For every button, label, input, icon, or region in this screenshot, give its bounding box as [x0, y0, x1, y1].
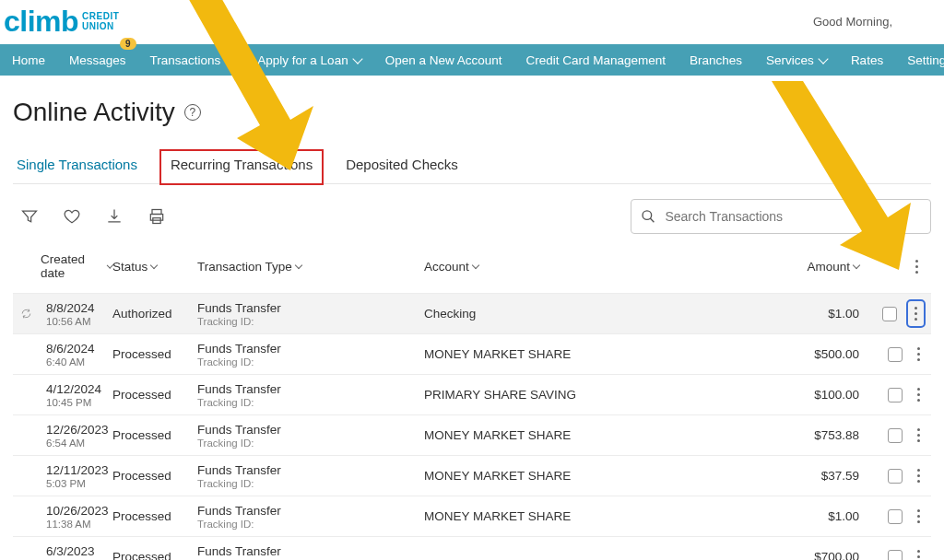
cell-status: Processed [112, 469, 190, 483]
row-kebab-menu[interactable] [912, 423, 926, 448]
cell-account: PRIMARY SHARE SAVING [424, 388, 787, 402]
cell-status: Processed [112, 509, 190, 523]
cell-status: Authorized [112, 307, 190, 321]
cell-date: 10/26/202311:38 AM [13, 504, 112, 530]
col-transaction-type[interactable]: Transaction Type [190, 260, 424, 274]
cell-date: 12/11/20235:03 PM [13, 463, 112, 489]
col-account[interactable]: Account [424, 260, 787, 274]
row-checkbox[interactable] [888, 509, 903, 524]
col-status[interactable]: Status [112, 260, 190, 274]
nav-transactions[interactable]: Transactions [138, 44, 246, 76]
col-created-date[interactable]: Created date [13, 252, 112, 280]
cell-type: Funds TransferTracking ID: [190, 504, 424, 530]
nav-branches[interactable]: Branches [678, 44, 754, 76]
sort-icon [295, 262, 302, 269]
cell-date: 8/6/20246:40 AM [13, 342, 112, 368]
cell-actions [859, 504, 931, 529]
page-title-row: Online Activity ? [13, 98, 931, 127]
nav-rates[interactable]: Rates [839, 44, 895, 76]
row-kebab-menu[interactable] [912, 342, 926, 367]
cell-status: Processed [112, 388, 190, 402]
col-actions [859, 254, 931, 279]
table-row[interactable]: 4/12/202410:45 PMProcessedFunds Transfer… [13, 374, 931, 414]
messages-badge: 9 [120, 38, 136, 50]
nav-home[interactable]: Home [0, 44, 57, 76]
print-icon[interactable] [148, 207, 166, 226]
row-checkbox[interactable] [888, 469, 903, 484]
svg-rect-0 [152, 210, 161, 215]
chevron-down-icon [225, 53, 235, 64]
row-kebab-menu[interactable] [912, 463, 926, 488]
cell-actions [859, 423, 931, 448]
row-checkbox[interactable] [888, 388, 903, 402]
nav-open-account[interactable]: Open a New Account [373, 44, 514, 76]
filter-icon[interactable] [20, 207, 39, 226]
row-checkbox[interactable] [888, 550, 903, 561]
cell-date: 12/26/20236:54 AM [13, 423, 112, 449]
nav-apply-loan[interactable]: Apply for a Loan [245, 44, 372, 76]
top-header: climb CREDIT UNION Good Morning, [0, 0, 944, 44]
cell-account: MONEY MARKET SHARE [424, 469, 787, 483]
sort-icon [150, 262, 158, 269]
cell-amount: $100.00 [787, 388, 859, 402]
search-input[interactable] [665, 209, 921, 224]
cell-account: Checking [424, 307, 787, 321]
cell-amount: $1.00 [787, 509, 859, 523]
logo-subtext: CREDIT UNION [82, 11, 119, 31]
svg-line-4 [650, 218, 654, 222]
table-row[interactable]: 8/6/20246:40 AMProcessedFunds TransferTr… [13, 333, 931, 374]
cell-type: Funds TransferTracking ID: [190, 423, 424, 449]
cell-date: 6/3/20237:21 AM [13, 544, 112, 561]
tab-recurring-transactions[interactable]: Recurring Transactions [159, 149, 324, 185]
row-kebab-menu[interactable] [912, 544, 926, 560]
cell-account: MONEY MARKET SHARE [424, 347, 787, 361]
cell-actions [859, 382, 931, 407]
nav-credit-card[interactable]: Credit Card Management [513, 44, 678, 76]
nav-messages[interactable]: Messages 9 [57, 44, 138, 76]
greeting-text: Good Morning, [813, 15, 892, 29]
table-row[interactable]: 12/11/20235:03 PMProcessedFunds Transfer… [13, 455, 931, 496]
table-row[interactable]: 6/3/20237:21 AMProcessedFunds TransferTr… [13, 536, 931, 560]
row-kebab-menu[interactable] [912, 382, 926, 407]
cell-actions [859, 342, 931, 367]
recurring-icon [20, 308, 32, 320]
nav-services[interactable]: Services [754, 44, 839, 76]
row-kebab-menu[interactable] [906, 299, 926, 328]
cell-date: 4/12/202410:45 PM [13, 382, 112, 408]
col-amount[interactable]: Amount [787, 260, 859, 274]
row-checkbox[interactable] [888, 347, 903, 362]
table-row[interactable]: 10/26/202311:38 AMProcessedFunds Transfe… [13, 496, 931, 536]
search-box[interactable] [631, 199, 931, 234]
header-kebab-menu[interactable] [910, 254, 924, 279]
cell-amount: $500.00 [787, 347, 859, 361]
cell-type: Funds TransferTracking ID: [190, 463, 424, 489]
cell-actions [859, 299, 931, 328]
cell-type: Funds TransferTracking ID: [190, 301, 424, 327]
table-row[interactable]: 8/8/202410:56 AMAuthorizedFunds Transfer… [13, 293, 931, 333]
cell-amount: $1.00 [787, 307, 859, 321]
row-checkbox[interactable] [888, 428, 903, 443]
table-header: Created date Status Transaction Type Acc… [13, 245, 931, 293]
row-kebab-menu[interactable] [912, 504, 926, 529]
heart-icon[interactable] [63, 207, 81, 226]
cell-status: Processed [112, 428, 190, 442]
help-icon[interactable]: ? [184, 104, 201, 121]
cell-account: MONEY MARKET SHARE [424, 509, 787, 523]
tab-deposited-checks[interactable]: Deposited Checks [342, 149, 462, 183]
logo-text: climb [4, 6, 78, 36]
download-icon[interactable] [105, 207, 124, 226]
cell-status: Processed [112, 550, 190, 560]
toolbar [13, 184, 931, 245]
chevron-down-icon [352, 53, 362, 64]
svg-point-3 [643, 211, 652, 220]
nav-settings[interactable]: Settings [895, 44, 944, 76]
activity-tabs: Single Transactions Recurring Transactio… [13, 149, 931, 184]
cell-amount: $37.59 [787, 469, 859, 483]
tab-single-transactions[interactable]: Single Transactions [13, 149, 141, 183]
brand-logo[interactable]: climb CREDIT UNION [4, 6, 119, 36]
cell-account: MONEY MARKET SHARE [424, 428, 787, 442]
cell-type: Funds TransferTracking ID: [190, 382, 424, 408]
main-nav: Home Messages 9 Transactions Apply for a… [0, 44, 944, 76]
table-row[interactable]: 12/26/20236:54 AMProcessedFunds Transfer… [13, 414, 931, 455]
row-checkbox[interactable] [882, 307, 897, 321]
